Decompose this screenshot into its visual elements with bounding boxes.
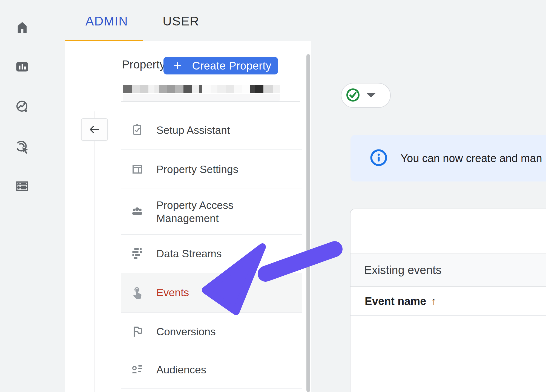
home-icon[interactable] [15,20,29,34]
redacted-block [217,85,226,93]
menu-item-label: Conversions [156,325,277,338]
menu-list-icon[interactable] [15,179,29,193]
redacted-block [154,85,159,93]
redacted-block [123,85,132,93]
create-property-label: Create Property [192,60,271,72]
collapse-column-button[interactable] [81,118,108,141]
panel-scrollbar[interactable] [306,54,310,392]
info-icon [370,149,387,167]
menu-item-label: Property Access Management [156,199,277,225]
property-panel: Property + Create Property Setup Assista… [65,41,311,392]
arrow-left-icon [88,123,101,136]
property-column-title: Property [122,58,165,71]
explore-icon[interactable] [15,100,29,114]
redacted-block [234,85,242,93]
redacted-block [192,85,199,93]
person-list-icon [131,363,144,377]
reports-icon[interactable] [15,60,29,74]
menu-item-events[interactable]: Events [121,273,302,313]
redacted-block [132,85,140,93]
redacted-block [159,85,167,93]
column-rule [94,111,94,392]
redacted-block [242,85,250,93]
redacted-block [148,85,154,93]
tab-user[interactable]: USER [163,14,199,28]
divider [121,101,300,102]
redacted-block [226,85,234,93]
window-layout-icon [131,162,144,177]
event-name-column-header[interactable]: Event name ↑ [350,287,546,316]
redacted-block [273,85,280,93]
property-menu: Setup Assistant Property Settings Proper… [121,111,302,389]
advertising-icon[interactable] [15,140,29,154]
menu-item-conversions[interactable]: Conversions [121,313,302,351]
clipboard-check-icon [131,123,144,137]
left-nav-rail [0,0,45,392]
menu-item-label: Property Settings [156,163,277,176]
redacted-block [211,85,217,93]
create-property-button[interactable]: + Create Property [163,57,278,74]
column-header-label: Event name [365,295,426,307]
menu-item-property-access-management[interactable]: Property Access Management [121,189,302,235]
redacted-block [167,85,175,93]
redacted-block [202,85,211,93]
redacted-property-subtext [123,94,280,101]
section-title: Existing events [364,264,441,277]
status-pill-dropdown[interactable] [341,83,391,108]
tab-admin[interactable]: ADMIN [85,14,128,28]
ga-admin-screen: ADMIN USER Property + Create Property Se… [0,0,546,392]
existing-events-section: Existing events [350,253,546,287]
menu-item-audiences[interactable]: Audiences [121,351,302,389]
info-banner: You can now create and man [350,135,546,181]
redacted-block [183,85,192,93]
menu-item-label: Data Streams [156,247,277,260]
banner-text: You can now create and man [401,152,542,165]
touch-app-icon [131,286,144,300]
redacted-property-name [123,85,280,93]
flag-icon [131,325,144,339]
chevron-down-icon [367,93,375,97]
sort-ascending-icon: ↑ [431,295,436,307]
card-header-area [350,209,546,253]
check-circle-icon [346,88,360,103]
redacted-block [255,85,263,93]
menu-item-property-settings[interactable]: Property Settings [121,150,302,189]
menu-item-data-streams[interactable]: Data Streams [121,235,302,273]
menu-item-label: Events [156,286,277,299]
redacted-block [199,85,202,93]
people-icon [131,205,144,219]
events-card: Existing events Event name ↑ [350,209,546,392]
redacted-block [250,85,255,93]
redacted-block [140,85,148,93]
menu-item-setup-assistant[interactable]: Setup Assistant [121,111,302,150]
menu-item-label: Audiences [156,363,277,376]
redacted-block [175,85,183,93]
menu-item-label: Setup Assistant [156,124,277,137]
redacted-block [263,85,273,93]
data-streams-icon [131,247,144,261]
